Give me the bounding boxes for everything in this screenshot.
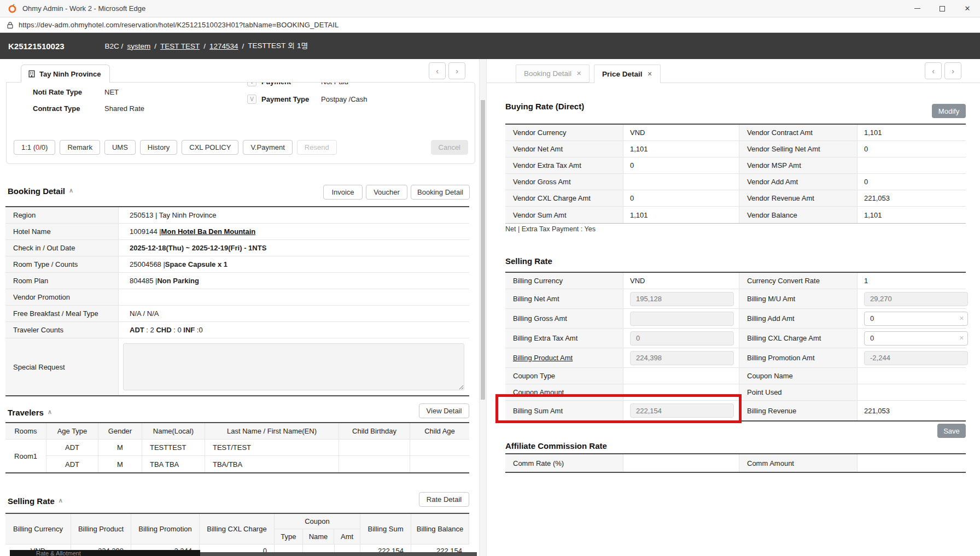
- tab-price-detail[interactable]: Price Detail ✕: [594, 65, 661, 83]
- col-billing-product: Billing Product: [71, 514, 131, 544]
- table-row: Billing Sum Amt Billing Revenue 221,053: [505, 401, 966, 420]
- rate-detail-button[interactable]: Rate Detail: [419, 492, 469, 507]
- traveler-name-en: TEST/TEST: [205, 440, 339, 455]
- special-request-textarea[interactable]: [123, 343, 464, 390]
- browser-window: Ohmy Admin - Work 2 - Microsoft Edge ✕ h…: [0, 0, 980, 556]
- breadcrumb-guest: TESTTEST 외 1명: [248, 41, 308, 51]
- scrollbar-thumb[interactable]: [481, 100, 485, 400]
- table-row: Vendor CXL Charge Amt 0 Vendor Revenue A…: [505, 190, 966, 207]
- billing-net-amt-input: [630, 292, 734, 306]
- maximize-button[interactable]: [930, 0, 955, 17]
- col-coupon-amt: Amt: [334, 529, 360, 544]
- affiliate-commission-section-title: Affiliate Commission Rate: [505, 441, 607, 450]
- table-row: Coupon Amount Point Used: [505, 384, 966, 401]
- vendor-currency-label: Vendor Currency: [505, 125, 623, 141]
- remark-button[interactable]: Remark: [60, 140, 100, 155]
- selling-rate-table: Billing Currency VND Currency Convert Ra…: [505, 272, 966, 422]
- vendor-msp-amt-label: Vendor MSP Amt: [739, 157, 858, 173]
- buying-rate-table: Vendor Currency VND Vendor Contract Amt …: [505, 124, 966, 224]
- vendor-currency-value: VND: [623, 125, 739, 141]
- billing-currency-label: Billing Currency: [505, 273, 623, 289]
- vendor-add-amt-value: 0: [858, 174, 966, 190]
- room-plan-label: Room Plan: [5, 273, 119, 289]
- right-panel-next-button[interactable]: ›: [944, 62, 961, 79]
- history-button[interactable]: History: [140, 140, 177, 155]
- col-age-type: Age Type: [46, 423, 98, 439]
- coupon-amount-value: [623, 384, 739, 400]
- col-child-birthday: Child Birthday: [339, 423, 410, 439]
- window-title: Ohmy Admin - Work 2 - Microsoft Edge: [22, 4, 145, 13]
- cxl-policy-button[interactable]: CXL POLICY: [182, 140, 238, 155]
- selling-rate-right-section-title: Selling Rate: [505, 256, 552, 266]
- close-button[interactable]: ✕: [955, 0, 980, 17]
- minimize-button[interactable]: [905, 0, 930, 17]
- close-tab-icon[interactable]: ✕: [648, 71, 652, 78]
- tab-province[interactable]: Tay Ninh Province: [21, 65, 110, 83]
- table-row: Vendor Currency VND Vendor Contract Amt …: [505, 125, 966, 141]
- invoice-button[interactable]: Invoice: [323, 185, 363, 200]
- billing-sum-amt-label: Billing Sum Amt: [505, 401, 623, 420]
- tab-booking-detail[interactable]: Booking Detail ✕: [516, 65, 590, 83]
- checkin-out-label: Check in / Out Date: [5, 240, 119, 256]
- clear-input-icon[interactable]: ✕: [959, 315, 964, 322]
- reservation-summary-card: Noti Rate Type NET Contract Type Shared …: [6, 82, 475, 164]
- payment-type-value: Postpay /Cash: [321, 95, 368, 103]
- vendor-net-amt-label: Vendor Net Amt: [505, 141, 623, 157]
- billing-extra-tax-amt-input: [630, 331, 734, 346]
- traveler-counts-label: Traveler Counts: [5, 322, 119, 338]
- billing-cxl-charge-amt-label: Billing CXL Charge Amt: [739, 329, 858, 348]
- table-row: Vendor Extra Tax Amt 0 Vendor MSP Amt: [505, 157, 966, 174]
- traveler-child-birthday: [339, 456, 410, 472]
- vendor-contract-amt-label: Vendor Contract Amt: [739, 125, 858, 141]
- left-panel-prev-button[interactable]: ‹: [429, 62, 446, 79]
- region-value: 250513 | Tay Ninh Province: [119, 207, 469, 223]
- collapse-chevron-icon[interactable]: ∧: [69, 187, 73, 194]
- room-plan-value: 804485 | Non Parking: [119, 273, 469, 289]
- booking-detail-button[interactable]: Booking Detail: [411, 185, 470, 200]
- col-gender: Gender: [98, 423, 142, 439]
- resend-button: Resend: [297, 140, 337, 155]
- billing-cxl-charge-amt-input[interactable]: [864, 331, 968, 346]
- payment-type-toggle-icon[interactable]: V: [247, 95, 256, 104]
- right-panel-prev-button[interactable]: ‹: [925, 62, 942, 79]
- contract-type-label: Contract Type: [33, 104, 100, 113]
- left-panel-next-button[interactable]: ›: [448, 62, 465, 79]
- col-coupon-type: Type: [275, 529, 303, 544]
- view-detail-button[interactable]: View Detail: [419, 403, 469, 418]
- url-text: https://dev-adm.ohmyhotel.com/reservatio…: [19, 21, 339, 29]
- collapse-chevron-icon[interactable]: ∧: [59, 497, 63, 504]
- vertical-scrollbar[interactable]: [479, 59, 487, 556]
- vendor-extra-tax-amt-label: Vendor Extra Tax Amt: [505, 157, 623, 173]
- one-to-one-inquiry-button[interactable]: 1:1 (0/0): [14, 140, 55, 155]
- net-extra-tax-footnote: Net | Extra Tax Payment : Yes: [505, 225, 596, 233]
- table-row: Room Plan 804485 | Non Parking: [5, 273, 469, 289]
- cancel-button: Cancel: [431, 140, 468, 155]
- booking-detail-table: Region 250513 | Tay Ninh Province Hotel …: [5, 206, 469, 396]
- close-tab-icon[interactable]: ✕: [576, 70, 581, 77]
- ums-button[interactable]: UMS: [104, 140, 136, 155]
- reservation-header: K25121510023 B2C / system / TEST TEST / …: [0, 33, 980, 59]
- url-bar[interactable]: https://dev-adm.ohmyhotel.com/reservatio…: [0, 17, 980, 33]
- billing-gross-amt-label: Billing Gross Amt: [505, 309, 623, 328]
- voucher-button[interactable]: Voucher: [366, 185, 407, 200]
- breadcrumb-member-link[interactable]: 1274534: [209, 42, 238, 50]
- rate-allotment-section-peek: Rate & Allotment: [10, 550, 200, 556]
- payment-toggle-icon[interactable]: V: [247, 82, 256, 86]
- payment-label: Payment: [261, 82, 316, 86]
- horizontal-scrollbar[interactable]: [200, 552, 477, 556]
- modify-button[interactable]: Modify: [932, 104, 966, 118]
- billing-gross-amt-input: [630, 312, 734, 326]
- breadcrumb-agent-link[interactable]: TEST TEST: [160, 42, 200, 50]
- billing-add-amt-input[interactable]: [864, 312, 968, 326]
- breadcrumb-system-link[interactable]: system: [127, 42, 150, 50]
- hotel-name-link[interactable]: Mon Hotel Ba Den Mountain: [161, 227, 256, 236]
- vendor-msp-amt-value: [858, 157, 966, 173]
- clear-input-icon[interactable]: ✕: [959, 335, 964, 342]
- traveler-name-en: TBA/TBA: [205, 456, 339, 472]
- v-payment-button[interactable]: V.Payment: [243, 140, 292, 155]
- buying-rate-section-title: Buying Rate (Direct): [505, 102, 584, 111]
- save-button[interactable]: Save: [937, 424, 966, 438]
- comm-rate-value: [623, 454, 739, 472]
- billing-product-amt-label[interactable]: Billing Product Amt: [505, 348, 623, 367]
- collapse-chevron-icon[interactable]: ∧: [48, 408, 52, 415]
